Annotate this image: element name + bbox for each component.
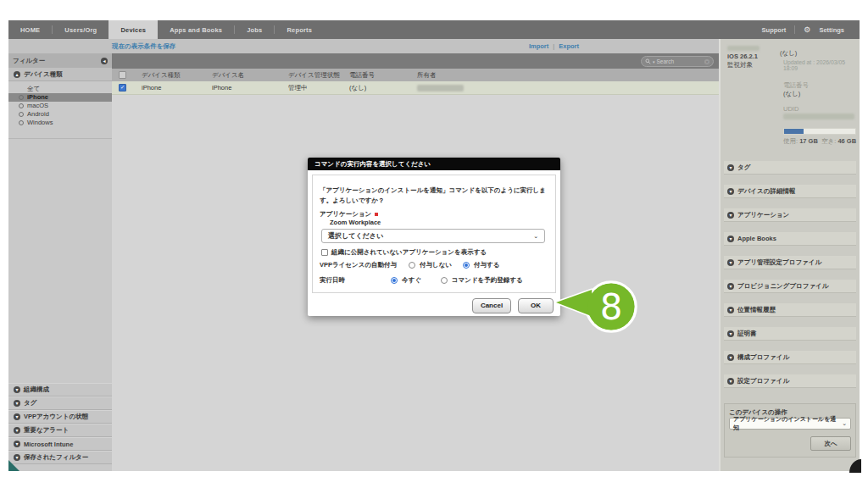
phone-label: 電話番号 (783, 81, 809, 90)
filter-section-saved-filters[interactable]: ▾保存されたフィルター (8, 451, 112, 464)
top-value: (なし) (780, 49, 797, 58)
collapse-sidebar-icon[interactable]: ◂ (101, 58, 108, 64)
filter-sidebar: フィルター ◂ ▴ デバイス種類 全て iPhone macOS Android… (8, 53, 113, 471)
radio-ring-icon (19, 112, 24, 117)
dialog-title: コマンドの実行内容を選択してください (308, 158, 560, 170)
section-config-profile[interactable]: ▾構成プロファイル (724, 351, 856, 364)
radio-vpp-yes[interactable] (463, 262, 470, 269)
section-apple-books[interactable]: ▾Apple Books (724, 232, 856, 246)
section-location-history[interactable]: ▾位置情報履歴 (724, 303, 856, 317)
filter-section-device-type[interactable]: ▴ デバイス種類 (8, 68, 112, 81)
link-divider: | (553, 42, 554, 50)
nav-divider (794, 25, 795, 34)
redacted-udid (783, 114, 854, 119)
application-label: アプリケーション (320, 210, 371, 219)
col-phone[interactable]: 電話番号 (349, 71, 417, 80)
storage-text: 使用: 17 GB 空き: 46 GB (783, 137, 856, 146)
table-toolbar: ▾ Search ✕ (112, 53, 719, 69)
row-checkbox[interactable]: ✓ (119, 84, 126, 92)
radio-exec-now[interactable] (391, 277, 398, 284)
storage-bar (783, 128, 856, 135)
filter-section-tags[interactable]: ▾タグ (8, 396, 112, 410)
chevron-down-icon: ⌄ (842, 420, 847, 427)
phone-value: (なし) (783, 90, 800, 98)
section-device-details[interactable]: ▾デバイスの詳細情報 (724, 185, 856, 198)
section-tags[interactable]: ▾タグ (724, 161, 856, 175)
section-app-mgmt-profile[interactable]: ▾アプリ管理設定プロファイル (724, 256, 856, 269)
col-device-name[interactable]: デバイス名 (212, 71, 288, 80)
save-view-link[interactable]: 現在の表示条件を保存 (112, 42, 175, 51)
supervision-status: 監視対象 (727, 61, 753, 69)
chevron-down-icon: ▾ (727, 259, 734, 266)
cancel-button[interactable]: Cancel (472, 298, 511, 313)
chevron-down-icon: ▾ (727, 164, 734, 171)
device-os: iOS 26.2.1 (727, 53, 758, 60)
import-link[interactable]: Import (529, 42, 548, 50)
table-row[interactable]: ✓ iPhone iPhone 管理中 (なし) (112, 81, 719, 95)
radio-ring-icon (19, 120, 24, 125)
filter-header: フィルター ◂ (8, 53, 112, 68)
required-mark-icon (375, 213, 378, 216)
application-select[interactable]: 選択してください ⌄ (321, 229, 545, 243)
chevron-down-icon: ▾ (14, 441, 20, 447)
col-device-type[interactable]: デバイス種類 (142, 71, 212, 80)
filter-section-org[interactable]: ▾組織構成 (8, 383, 112, 396)
command-dialog: コマンドの実行内容を選択してください 「アプリケーションのインストールを通知」コ… (308, 158, 560, 316)
tab-home[interactable]: HOME (8, 20, 52, 39)
corner-logo (8, 460, 19, 471)
filter-option-macos[interactable]: macOS (8, 102, 112, 110)
section-settings-profile[interactable]: ▾設定プロファイル (724, 374, 856, 388)
export-link[interactable]: Export (559, 42, 579, 50)
page-curl (849, 459, 861, 473)
search-icon (645, 58, 651, 64)
section-certificates[interactable]: ▾証明書 (724, 327, 856, 341)
tab-users-org[interactable]: Users/Org (53, 20, 108, 39)
clear-search-icon[interactable]: ✕ (704, 59, 709, 64)
checkbox-icon[interactable] (321, 249, 328, 256)
step-8-badge: 8 (549, 266, 646, 349)
tab-apps-and-books[interactable]: Apps and Books (158, 20, 234, 39)
tab-devices[interactable]: Devices (108, 20, 158, 39)
chevron-down-icon: ⌄ (533, 233, 538, 240)
radio-vpp-no[interactable] (409, 262, 415, 269)
exec-time-row: 実行日時 今すぐ コマンドを予約登録する (320, 276, 523, 285)
search-scope-chevron-icon: ▾ (653, 59, 655, 64)
application-name: Zoom Workplace (330, 219, 381, 226)
filter-section-label: デバイス種類 (24, 70, 63, 79)
filter-section-alerts[interactable]: ▾重要なアラート (8, 424, 112, 437)
chevron-down-icon: ▾ (14, 386, 20, 393)
chevron-down-icon: ▾ (727, 307, 734, 313)
sidebar-divider (8, 138, 112, 139)
section-applications[interactable]: ▾アプリケーション (724, 208, 856, 222)
action-select[interactable]: アプリケーションのインストールを通知 ⌄ (729, 418, 851, 430)
chevron-down-icon: ▾ (727, 283, 734, 290)
chevron-down-icon: ▾ (14, 413, 20, 420)
search-input[interactable]: ▾ Search ✕ (641, 56, 714, 67)
filter-option-windows[interactable]: Windows (8, 119, 112, 127)
filter-section-vpp-status[interactable]: ▾VPPアカウントの状態 (8, 410, 112, 424)
tab-jobs[interactable]: Jobs (235, 20, 274, 39)
col-mgmt-status[interactable]: デバイス管理状態 (288, 71, 349, 80)
chevron-down-icon: ▾ (727, 212, 734, 219)
chevron-down-icon: ▾ (727, 378, 734, 385)
filter-option-all[interactable]: 全て (8, 85, 112, 93)
radio-ring-icon (19, 103, 24, 108)
radio-exec-schedule[interactable] (441, 277, 448, 284)
col-owner[interactable]: 所有者 (417, 71, 719, 80)
chevron-down-icon: ▾ (14, 427, 20, 434)
redacted-device-name (727, 46, 760, 51)
ok-button[interactable]: OK (518, 298, 554, 313)
filter-option-android[interactable]: Android (8, 110, 112, 119)
next-button[interactable]: 次へ (810, 436, 851, 451)
redacted-owner (417, 85, 464, 92)
tab-reports[interactable]: Reports (275, 20, 324, 39)
select-all-checkbox[interactable] (119, 71, 126, 79)
filter-section-intune[interactable]: ▾Microsoft Intune (8, 437, 112, 451)
show-unpublished-checkbox[interactable]: 組織に公開されていないアプリケーションを表示する (321, 248, 487, 257)
section-provisioning-profile[interactable]: ▾プロビジョニングプロファイル (724, 280, 856, 293)
settings-link[interactable]: Settings (819, 26, 844, 34)
radio-ring-icon (19, 95, 24, 100)
support-link[interactable]: Support (762, 26, 787, 34)
search-placeholder: Search (657, 58, 675, 64)
filter-option-iphone[interactable]: iPhone (8, 93, 112, 102)
